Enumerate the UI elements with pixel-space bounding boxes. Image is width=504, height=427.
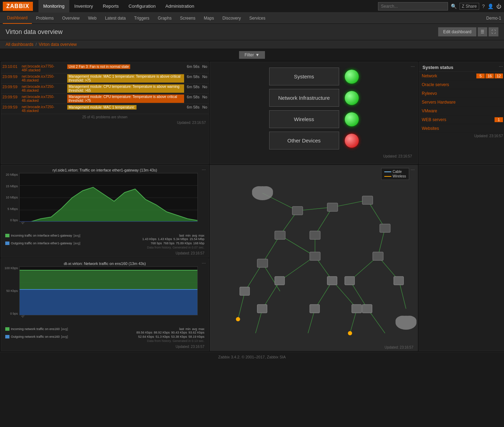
page-footer: Zabbix 3.4.2. © 2001–2017, Zabbix SIA — [0, 352, 504, 362]
nav-item-monitoring[interactable]: Monitoring — [38, 0, 70, 13]
ss-name-network[interactable]: Network — [422, 74, 476, 78]
system-status-panel: ··· System status Network 5 16 12 Oracle… — [419, 62, 504, 164]
problems-panel-dots[interactable]: ··· — [202, 63, 206, 69]
problems-updated: Updated: 23:16:57 — [1, 120, 209, 125]
breadcrumb-sep: / — [35, 42, 36, 47]
svg-rect-76 — [362, 304, 372, 313]
duration-cell: 6m 58s — [186, 104, 201, 114]
filter-button[interactable]: Filter ▼ — [239, 51, 265, 59]
host-cell[interactable]: net.brocade.icx7250-48.stacked — [20, 84, 66, 94]
breadcrumb: All dashboards / Virton data overview — [0, 40, 504, 49]
circle-row-wireless: Wireless — [269, 110, 359, 128]
circle-dot-network — [345, 91, 359, 105]
desc-cell: Management module: CPU temperature: Temp… — [66, 84, 186, 94]
map-dots[interactable]: ··· — [411, 167, 415, 172]
ss-name-websites[interactable]: Websites — [422, 126, 503, 131]
host-cell[interactable]: net.brocade.icx7750-48F.stacked — [20, 63, 66, 74]
circle-dot-wireless — [345, 112, 359, 126]
svg-rect-68 — [373, 252, 383, 260]
user-icon[interactable]: 👤 — [488, 4, 493, 9]
chart2-dots[interactable]: ··· — [202, 260, 206, 266]
nav-item-reports[interactable]: Reports — [98, 0, 124, 13]
subnav-screens[interactable]: Screens — [176, 13, 200, 24]
host-cell[interactable]: net.brocade.icx7250-48.stacked — [20, 94, 66, 104]
chart1-dots[interactable]: ··· — [202, 167, 206, 172]
nav-item-inventory[interactable]: Inventory — [69, 0, 98, 13]
breadcrumb-current: Virton data overview — [39, 42, 77, 47]
ss-name-oracle[interactable]: Oracle servers — [422, 82, 503, 87]
chart2-y-axis: 100 Kbps 50 Kbps 0 bps — [2, 266, 19, 315]
ss-row-vmware: VMware — [419, 107, 504, 115]
breadcrumb-all[interactable]: All dashboards — [6, 42, 33, 47]
subnav-triggers[interactable]: Triggers — [130, 13, 154, 24]
ss-badge-web: 1 — [495, 117, 503, 122]
search-input[interactable] — [378, 2, 448, 10]
ss-name-vmware[interactable]: VMware — [422, 108, 503, 113]
circle-label-network[interactable]: Network Infrastructure — [269, 89, 339, 107]
svg-rect-75 — [352, 304, 362, 313]
ss-row-network: Network 5 16 12 — [419, 72, 504, 80]
chart1-data-note: Data from history. Generated in 0.07 sec… — [5, 246, 204, 249]
subnav-latestdata[interactable]: Latest data — [101, 13, 130, 24]
subnav-problems[interactable]: Problems — [32, 13, 58, 24]
zshare-btn[interactable]: Z Share — [460, 3, 479, 10]
circles-dots[interactable]: ··· — [411, 63, 415, 69]
help-icon[interactable]: ? — [482, 4, 485, 9]
chart2-svg — [19, 266, 198, 315]
host-cell[interactable]: net.brocade.icx7250-48.stacked — [20, 104, 66, 114]
circle-dot-systems — [345, 70, 359, 84]
nav-item-administration[interactable]: Administration — [161, 0, 199, 13]
ss-name-ryleevo[interactable]: Ryleevo — [422, 91, 503, 96]
subnav-overview[interactable]: Overview — [58, 13, 84, 24]
svg-rect-71 — [327, 276, 337, 285]
search-icon[interactable]: 🔍 — [451, 4, 457, 9]
ss-panel-dots[interactable]: ··· — [499, 63, 503, 69]
svg-marker-5 — [20, 187, 198, 222]
circle-label-wireless[interactable]: Wireless — [269, 110, 339, 128]
subnav-dashboard[interactable]: Dashboard — [3, 13, 32, 24]
ss-row-websites: Websites — [419, 124, 504, 133]
svg-rect-66 — [257, 259, 268, 267]
chart1-legend-area: Incoming traffic on interface ether1-gat… — [2, 232, 207, 251]
chart1-updated: Updated: 23:16:57 — [2, 251, 207, 256]
circle-label-systems[interactable]: Systems — [269, 68, 339, 85]
ack-cell: No — [201, 94, 209, 104]
svg-marker-85 — [20, 289, 198, 315]
circle-label-other[interactable]: Other Devices — [269, 132, 339, 149]
subnav-graphs[interactable]: Graphs — [154, 13, 176, 24]
svg-rect-65 — [380, 224, 390, 232]
list-view-button[interactable]: ☰ — [478, 27, 487, 36]
svg-rect-62 — [362, 196, 373, 204]
ss-row-ryleevo: Ryleevo — [419, 89, 504, 98]
logo[interactable]: ZABBIX — [3, 2, 33, 11]
nav-item-configuration[interactable]: Configuration — [124, 0, 160, 13]
circle-row-network: Network Infrastructure — [269, 89, 359, 107]
circle-row-systems: Systems — [269, 68, 359, 85]
time-cell: 23:09:59 — [1, 84, 20, 94]
ss-badge-n1: 5 — [476, 74, 485, 78]
svg-point-39 — [396, 316, 410, 326]
map-legend: Cable Wireless — [381, 168, 409, 180]
time-cell: 23:09:59 — [1, 94, 20, 104]
subnav-discovery[interactable]: Discovery — [218, 13, 245, 24]
table-row: 23:10:01 net.brocade.icx7750-48F.stacked… — [1, 63, 209, 74]
fullscreen-button[interactable]: ⛶ — [489, 27, 498, 36]
power-icon[interactable]: ⏻ — [496, 4, 501, 9]
ss-name-servers[interactable]: Servers Hardware — [422, 100, 503, 105]
svg-rect-74 — [310, 304, 320, 313]
chart2-updated: Updated: 23:16:57 — [2, 344, 207, 349]
subnav-services[interactable]: Services — [245, 13, 270, 24]
subnav-web[interactable]: Web — [84, 13, 100, 24]
map-updated: Updated: 23:16:57 — [382, 345, 416, 350]
subnav-maps[interactable]: Maps — [200, 13, 218, 24]
chart1-area: 20 Mbps 15 Mbps 10 Mbps 5 Mbps 0 bps — [2, 173, 207, 222]
ss-row-web: WEB servers 1 — [419, 115, 504, 124]
ss-name-web[interactable]: WEB servers — [422, 117, 494, 122]
svg-rect-72 — [345, 276, 355, 285]
top-nav: ZABBIX Monitoring Inventory Reports Conf… — [0, 0, 504, 13]
edit-dashboard-button[interactable]: Edit dashboard — [438, 27, 476, 36]
host-cell[interactable]: net.brocade.icx7250-48.stacked — [20, 74, 66, 84]
svg-rect-61 — [327, 203, 338, 211]
problems-count: 25 of 41 problems are shown — [1, 114, 209, 120]
desc-cell: Management module: MAC 1 temperature: Te… — [66, 74, 186, 84]
